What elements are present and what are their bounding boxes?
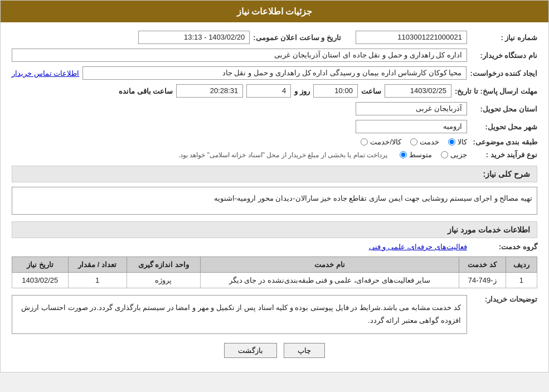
description-section-title: شرح کلی نیاز: <box>12 166 537 182</box>
buyer-org-row: نام دستگاه خریدار: اداره کل راهداری و حم… <box>12 49 537 62</box>
col-rownum: ردیف <box>506 257 537 273</box>
services-table-section: ردیف کد خدمت نام خدمت واحد اندازه گیری ت… <box>12 257 537 288</box>
need-number-value: 1103001221000021 <box>356 31 467 44</box>
city-value: ارومیه <box>356 120 467 133</box>
purchase-type-label: نوع فرآیند خرید : <box>470 151 537 159</box>
deadline-days-label: روز و <box>294 87 310 95</box>
buyer-org-value: اداره کل راهداری و حمل و نقل جاده ای است… <box>12 49 467 62</box>
need-number-label: شماره نیاز : <box>470 33 537 42</box>
services-section-title: اطلاعات خدمات مورد نیاز <box>12 221 537 238</box>
description-value: تهیه مصالح و اجرای سیستم روشنایی جهت ایم… <box>12 187 537 215</box>
need-number-row: شماره نیاز : 1103001221000021 تاریخ و سا… <box>12 31 537 44</box>
cell-service-code: ز-749-74 <box>459 273 506 288</box>
col-date: تاریخ نیاز <box>12 257 69 273</box>
purchase-type-jozi[interactable]: جزیی <box>441 151 467 159</box>
city-row: شهر محل تحویل: ارومیه <box>12 120 537 133</box>
announce-date-value: 1403/02/20 - 13:13 <box>138 31 250 44</box>
deadline-row: مهلت ارسال پاسخ: تا تاریخ: 1403/02/25 سا… <box>12 84 537 98</box>
province-value: آذربایجان غربی <box>356 102 467 115</box>
buyer-org-label: نام دستگاه خریدار: <box>470 51 537 60</box>
category-kala-radio[interactable] <box>448 138 455 146</box>
cell-date: 1403/02/25 <box>12 273 69 288</box>
cell-rownum: 1 <box>506 273 537 288</box>
purchase-type-motevaset[interactable]: متوسط <box>400 151 432 159</box>
description-row: تهیه مصالح و اجرای سیستم روشنایی جهت ایم… <box>12 187 537 215</box>
city-label: شهر محل تحویل: <box>470 123 537 131</box>
province-row: استان محل تحویل: آذربایجان غربی <box>12 102 537 115</box>
cell-quantity: 1 <box>68 273 127 288</box>
category-label: طبقه بندی موضوعی: <box>470 138 537 146</box>
creator-link[interactable]: اطلاعات تماس خریدار <box>12 69 79 78</box>
content-area: شماره نیاز : 1103001221000021 تاریخ و سا… <box>1 22 548 372</box>
announce-date-label: تاریخ و ساعت اعلان عمومی: <box>253 33 341 42</box>
description-label: شرح کلی نیاز: <box>483 170 530 178</box>
back-button[interactable]: بازگشت <box>224 343 277 358</box>
page-header: جزئیات اطلاعات نیاز <box>1 1 548 22</box>
cell-unit: پروژه <box>127 273 201 288</box>
purchase-jozi-radio[interactable] <box>441 151 448 158</box>
service-group-value[interactable]: فعالیت‌های حرفه‌ای، علمی و فنی <box>369 243 467 251</box>
cell-service-name: سایر فعالیت‌های حرفه‌ای، علمی و فنی طبقه… <box>201 273 459 288</box>
notes-value: کد خدمت مشابه می باشد.شرایط در فایل پیوس… <box>12 295 467 334</box>
col-quantity: تعداد / مقدار <box>68 257 127 273</box>
page-wrapper: جزئیات اطلاعات نیاز شماره نیاز : 1103001… <box>0 0 549 372</box>
deadline-time: 10:00 <box>313 84 358 98</box>
category-khedmat-radio[interactable] <box>410 138 417 146</box>
category-kala-khedmat-radio[interactable] <box>361 138 368 146</box>
service-group-label: گروه خدمت: <box>470 243 537 251</box>
deadline-remaining: 20:28:31 <box>176 84 243 98</box>
purchase-jozi-label: جزیی <box>450 151 467 159</box>
category-option-kala-khedmat[interactable]: کالا/خدمت <box>361 138 401 146</box>
purchase-note: پرداخت تمام یا بخشی از مبلغ خریدار از مح… <box>178 151 387 159</box>
col-service-code: کد خدمت <box>459 257 506 273</box>
creator-value: محیا کوکان کارشناس اداره بیمان و رسیدگی … <box>82 66 467 80</box>
services-table: ردیف کد خدمت نام خدمت واحد اندازه گیری ت… <box>12 257 537 288</box>
category-row: طبقه بندی موضوعی: کالا خدمت کالا/خدمت <box>12 138 537 146</box>
category-radio-group: کالا خدمت کالا/خدمت <box>361 138 467 146</box>
page-title: جزئیات اطلاعات نیاز <box>237 7 313 16</box>
table-header-row: ردیف کد خدمت نام خدمت واحد اندازه گیری ت… <box>12 257 537 273</box>
province-label: استان محل تحویل: <box>470 105 537 113</box>
category-khedmat-label: خدمت <box>420 138 439 146</box>
deadline-remaining-label: ساعت باقی مانده <box>119 87 173 95</box>
category-option-kala[interactable]: کالا <box>448 138 467 146</box>
creator-label: ایجاد کننده درخواست: <box>470 69 537 78</box>
table-row: 1 ز-749-74 سایر فعالیت‌های حرفه‌ای، علمی… <box>12 273 537 288</box>
creator-row: ایجاد کننده درخواست: محیا کوکان کارشناس … <box>12 66 537 80</box>
print-button[interactable]: چاپ <box>284 343 325 358</box>
buttons-row: چاپ بازگشت <box>12 343 537 358</box>
deadline-date: 1403/02/25 <box>385 84 451 98</box>
purchase-motevaset-label: متوسط <box>409 151 432 159</box>
col-service-name: نام خدمت <box>201 257 459 273</box>
notes-label: توضیحات خریدار: <box>470 295 537 303</box>
category-kala-label: کالا <box>458 138 467 146</box>
notes-row: توضیحات خریدار: کد خدمت مشابه می باشد.شر… <box>12 295 537 334</box>
purchase-motevaset-radio[interactable] <box>400 151 407 158</box>
service-group-row: گروه خدمت: فعالیت‌های حرفه‌ای، علمی و فن… <box>12 243 537 251</box>
category-option-khedmat[interactable]: خدمت <box>410 138 439 146</box>
category-kala-khedmat-label: کالا/خدمت <box>370 138 401 146</box>
purchase-type-radio-group: جزیی متوسط <box>400 151 467 159</box>
deadline-time-label: ساعت <box>361 87 381 95</box>
col-unit: واحد اندازه گیری <box>127 257 201 273</box>
deadline-label: مهلت ارسال پاسخ: تا تاریخ: <box>455 87 537 95</box>
deadline-days: 4 <box>246 84 291 98</box>
purchase-type-row: نوع فرآیند خرید : جزیی متوسط پرداخت تمام… <box>12 151 537 159</box>
